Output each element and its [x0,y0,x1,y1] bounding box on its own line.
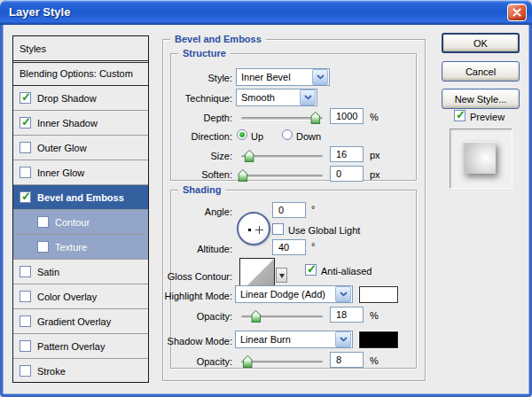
style-list-item[interactable]: Gradient Overlay [13,309,148,334]
style-item-label: Inner Shadow [37,118,98,128]
angle-dial[interactable] [237,212,270,245]
style-list-item[interactable]: Blending Options: Custom [13,61,148,86]
highlight-opacity-input[interactable]: 18 [330,307,364,323]
use-global-light-checkbox[interactable] [272,223,284,235]
soften-input[interactable]: 0 [330,166,364,182]
direction-down-label: Down [296,130,321,143]
shadow-opacity-input[interactable]: 8 [330,352,364,368]
shadow-mode-value: Linear Burn [236,334,334,345]
style-list-item[interactable]: Inner Shadow [13,111,148,136]
window-title: Layer Style [9,5,70,19]
style-item-checkbox[interactable] [20,266,31,277]
title-bar[interactable]: Layer Style [0,0,532,25]
direction-up-radio[interactable] [237,129,247,140]
style-list-item[interactable]: Inner Glow [13,160,148,185]
highlight-mode-value: Linear Dodge (Add) [236,289,334,300]
styles-list-header: Styles [13,36,148,61]
style-list-item[interactable]: Stroke [13,359,148,383]
style-item-label: Satin [37,267,59,277]
styles-header-label: Styles [20,43,46,54]
shading-group-title: Shading [178,183,225,196]
style-item-checkbox[interactable] [20,340,31,352]
chevron-down-icon [300,90,316,105]
soften-slider[interactable] [241,175,323,177]
style-list-item[interactable]: Pattern Overlay [13,334,148,359]
styles-list-items: Blending Options: Custom Drop Shadow Inn… [13,61,148,383]
anti-aliased-label: Anti-aliased [321,265,372,277]
style-item-checkbox[interactable] [20,167,31,178]
style-item-label: Stroke [37,366,66,377]
preview-checkbox[interactable] [454,110,466,121]
style-item-checkbox[interactable] [20,291,31,302]
altitude-input[interactable]: 40 [272,239,306,255]
style-list-item[interactable]: Texture [13,235,148,260]
ok-button[interactable]: OK [442,33,520,53]
angle-unit: ° [311,203,315,215]
style-item-checkbox[interactable] [37,241,49,253]
depth-input[interactable]: 1000 [330,108,364,124]
soften-unit: px [370,168,380,181]
style-item-label: Blending Options: Custom [20,68,133,79]
chevron-down-icon [335,286,351,302]
style-item-label: Contour [55,217,90,228]
style-item-label: Color Overlay [37,292,97,302]
bevel-emboss-panel-title: Bevel and Emboss [170,33,266,45]
style-item-label: Bevel and Emboss [37,192,124,203]
style-list-item[interactable]: Satin [13,260,148,284]
style-item-checkbox[interactable] [20,142,31,153]
style-dropdown-value: Inner Bevel [237,72,311,82]
size-slider[interactable] [241,155,323,158]
chevron-down-icon [312,69,328,85]
angle-dial-dot [248,229,251,231]
use-global-light-label: Use Global Light [288,224,360,237]
style-item-checkbox[interactable] [20,117,31,128]
close-icon [512,8,521,17]
direction-up-label: Up [251,130,263,143]
angle-input[interactable]: 0 [272,202,306,218]
shadow-opacity-slider[interactable] [241,361,323,363]
style-list-item[interactable]: Color Overlay [13,284,148,309]
style-item-checkbox[interactable] [20,191,31,203]
highlight-color-swatch[interactable] [359,286,398,303]
altitude-unit: ° [311,240,315,253]
style-list-item[interactable]: Bevel and Emboss [13,185,148,210]
size-input[interactable]: 16 [330,146,364,162]
style-item-label: Inner Glow [37,167,84,178]
crosshair-icon [255,225,263,236]
style-list-item[interactable]: Drop Shadow [13,86,148,111]
technique-dropdown[interactable]: Smooth [236,89,317,106]
structure-group-title: Structure [178,47,231,59]
style-item-label: Drop Shadow [37,93,97,104]
technique-dropdown-value: Smooth [237,92,299,103]
preview-thumbnail [450,128,512,189]
style-item-label: Outer Glow [37,143,87,153]
preview-label: Preview [470,111,505,123]
cancel-button[interactable]: Cancel [442,61,520,82]
shadow-opacity-unit: % [370,354,379,367]
highlight-opacity-slider[interactable] [241,315,323,318]
chevron-down-icon [335,331,351,347]
style-dropdown[interactable]: Inner Bevel [236,68,330,86]
style-item-checkbox[interactable] [20,365,31,377]
shadow-color-swatch[interactable] [359,331,398,348]
depth-unit: % [370,111,379,123]
close-button[interactable] [507,4,527,21]
gloss-contour-picker-button[interactable] [276,268,287,283]
style-item-checkbox[interactable] [20,315,31,327]
preview-bevel-image [463,142,496,174]
new-style-button[interactable]: New Style... [442,89,520,109]
style-item-checkbox[interactable] [37,216,49,228]
highlight-mode-dropdown[interactable]: Linear Dodge (Add) [235,285,353,303]
direction-down-radio[interactable] [282,129,293,140]
style-item-label: Gradient Overlay [37,316,111,327]
shadow-mode-dropdown[interactable]: Linear Burn [235,331,353,348]
style-list-item[interactable]: Outer Glow [13,136,148,160]
style-list-item[interactable]: Contour [13,210,148,235]
depth-slider[interactable] [241,117,323,120]
anti-aliased-checkbox[interactable] [305,264,317,276]
style-item-label: Texture [55,242,87,253]
style-item-checkbox[interactable] [20,92,31,104]
highlight-opacity-unit: % [370,309,379,322]
layer-style-dialog: Layer Style Styles Blending Options: Cus… [0,0,532,397]
triangle-down-icon [279,274,285,281]
